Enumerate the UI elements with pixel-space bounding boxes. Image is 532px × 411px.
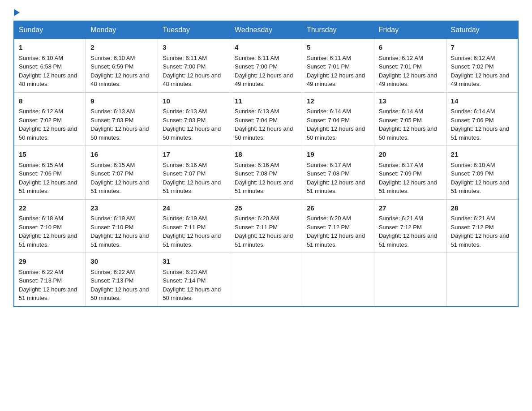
day-number: 26 — [307, 203, 369, 214]
day-number: 21 — [451, 150, 513, 160]
calendar-week-3: 15 Sunrise: 6:15 AMSunset: 7:06 PMDaylig… — [14, 146, 518, 200]
calendar-cell: 12 Sunrise: 6:14 AMSunset: 7:04 PMDaylig… — [302, 92, 374, 146]
calendar-cell — [374, 253, 446, 307]
calendar-cell: 26 Sunrise: 6:20 AMSunset: 7:12 PMDaylig… — [302, 199, 374, 253]
day-number: 11 — [235, 96, 297, 107]
logo — [13, 9, 20, 16]
day-number: 23 — [90, 203, 153, 214]
calendar-cell: 4 Sunrise: 6:11 AMSunset: 7:00 PMDayligh… — [230, 39, 302, 93]
day-number: 1 — [19, 43, 81, 53]
calendar-cell: 15 Sunrise: 6:15 AMSunset: 7:06 PMDaylig… — [14, 146, 86, 200]
day-info: Sunrise: 6:17 AMSunset: 7:09 PMDaylight:… — [379, 162, 437, 195]
calendar-table: Sunday Monday Tuesday Wednesday Thursday… — [13, 21, 519, 307]
day-number: 15 — [19, 150, 81, 160]
day-info: Sunrise: 6:20 AMSunset: 7:11 PMDaylight:… — [235, 215, 293, 248]
day-number: 16 — [90, 150, 153, 160]
calendar-cell: 8 Sunrise: 6:12 AMSunset: 7:02 PMDayligh… — [14, 92, 86, 146]
day-number: 10 — [163, 96, 225, 107]
day-info: Sunrise: 6:18 AMSunset: 7:09 PMDaylight:… — [451, 162, 509, 195]
day-number: 30 — [90, 257, 153, 267]
day-number: 27 — [379, 203, 442, 214]
day-number: 13 — [379, 96, 442, 107]
day-info: Sunrise: 6:16 AMSunset: 7:08 PMDaylight:… — [235, 162, 293, 195]
calendar-cell: 1 Sunrise: 6:10 AMSunset: 6:58 PMDayligh… — [14, 39, 86, 93]
day-info: Sunrise: 6:11 AMSunset: 7:00 PMDaylight:… — [235, 55, 293, 88]
calendar-cell — [446, 253, 518, 307]
calendar-cell: 27 Sunrise: 6:21 AMSunset: 7:12 PMDaylig… — [374, 199, 446, 253]
calendar-cell — [230, 253, 302, 307]
calendar-cell: 10 Sunrise: 6:13 AMSunset: 7:03 PMDaylig… — [158, 92, 230, 146]
col-saturday: Saturday — [446, 21, 518, 39]
calendar-week-5: 29 Sunrise: 6:22 AMSunset: 7:13 PMDaylig… — [14, 253, 518, 307]
day-number: 3 — [163, 43, 225, 53]
day-number: 19 — [307, 150, 369, 160]
day-info: Sunrise: 6:12 AMSunset: 7:01 PMDaylight:… — [379, 55, 437, 88]
calendar-week-2: 8 Sunrise: 6:12 AMSunset: 7:02 PMDayligh… — [14, 92, 518, 146]
calendar-cell: 25 Sunrise: 6:20 AMSunset: 7:11 PMDaylig… — [230, 199, 302, 253]
day-number: 17 — [163, 150, 225, 160]
day-number: 6 — [379, 43, 442, 53]
calendar-cell: 18 Sunrise: 6:16 AMSunset: 7:08 PMDaylig… — [230, 146, 302, 200]
col-thursday: Thursday — [302, 21, 374, 39]
calendar-cell: 16 Sunrise: 6:15 AMSunset: 7:07 PMDaylig… — [86, 146, 158, 200]
calendar-cell: 28 Sunrise: 6:21 AMSunset: 7:12 PMDaylig… — [446, 199, 518, 253]
day-info: Sunrise: 6:19 AMSunset: 7:11 PMDaylight:… — [163, 215, 221, 248]
day-info: Sunrise: 6:13 AMSunset: 7:04 PMDaylight:… — [235, 108, 293, 141]
day-number: 4 — [235, 43, 297, 53]
calendar-week-4: 22 Sunrise: 6:18 AMSunset: 7:10 PMDaylig… — [14, 199, 518, 253]
calendar-cell: 9 Sunrise: 6:13 AMSunset: 7:03 PMDayligh… — [86, 92, 158, 146]
day-number: 29 — [19, 257, 81, 267]
day-info: Sunrise: 6:21 AMSunset: 7:12 PMDaylight:… — [451, 215, 509, 248]
day-number: 2 — [90, 43, 153, 53]
day-number: 31 — [163, 257, 225, 267]
day-number: 28 — [451, 203, 513, 214]
col-wednesday: Wednesday — [230, 21, 302, 39]
day-number: 20 — [379, 150, 442, 160]
calendar-cell: 20 Sunrise: 6:17 AMSunset: 7:09 PMDaylig… — [374, 146, 446, 200]
col-monday: Monday — [86, 21, 158, 39]
calendar-cell: 24 Sunrise: 6:19 AMSunset: 7:11 PMDaylig… — [158, 199, 230, 253]
day-info: Sunrise: 6:10 AMSunset: 6:59 PMDaylight:… — [90, 55, 149, 88]
day-info: Sunrise: 6:23 AMSunset: 7:14 PMDaylight:… — [163, 269, 221, 302]
day-number: 14 — [451, 96, 513, 107]
day-info: Sunrise: 6:22 AMSunset: 7:13 PMDaylight:… — [90, 269, 149, 302]
header-row: Sunday Monday Tuesday Wednesday Thursday… — [14, 21, 518, 39]
day-info: Sunrise: 6:18 AMSunset: 7:10 PMDaylight:… — [19, 215, 77, 248]
calendar-cell: 23 Sunrise: 6:19 AMSunset: 7:10 PMDaylig… — [86, 199, 158, 253]
calendar-cell — [302, 253, 374, 307]
col-sunday: Sunday — [14, 21, 86, 39]
day-number: 12 — [307, 96, 369, 107]
calendar-cell: 7 Sunrise: 6:12 AMSunset: 7:02 PMDayligh… — [446, 39, 518, 93]
calendar-cell: 29 Sunrise: 6:22 AMSunset: 7:13 PMDaylig… — [14, 253, 86, 307]
calendar-body: 1 Sunrise: 6:10 AMSunset: 6:58 PMDayligh… — [14, 39, 518, 307]
day-number: 5 — [307, 43, 369, 53]
day-info: Sunrise: 6:13 AMSunset: 7:03 PMDaylight:… — [163, 108, 221, 141]
calendar-cell: 31 Sunrise: 6:23 AMSunset: 7:14 PMDaylig… — [158, 253, 230, 307]
day-info: Sunrise: 6:14 AMSunset: 7:04 PMDaylight:… — [307, 108, 365, 141]
day-info: Sunrise: 6:12 AMSunset: 7:02 PMDaylight:… — [451, 55, 509, 88]
calendar-cell: 14 Sunrise: 6:14 AMSunset: 7:06 PMDaylig… — [446, 92, 518, 146]
logo-triangle-icon — [14, 9, 20, 16]
calendar-cell: 30 Sunrise: 6:22 AMSunset: 7:13 PMDaylig… — [86, 253, 158, 307]
day-info: Sunrise: 6:11 AMSunset: 7:00 PMDaylight:… — [163, 55, 221, 88]
day-number: 25 — [235, 203, 297, 214]
day-info: Sunrise: 6:21 AMSunset: 7:12 PMDaylight:… — [379, 215, 437, 248]
calendar-cell: 5 Sunrise: 6:11 AMSunset: 7:01 PMDayligh… — [302, 39, 374, 93]
calendar-cell: 13 Sunrise: 6:14 AMSunset: 7:05 PMDaylig… — [374, 92, 446, 146]
day-info: Sunrise: 6:11 AMSunset: 7:01 PMDaylight:… — [307, 55, 365, 88]
calendar-cell: 11 Sunrise: 6:13 AMSunset: 7:04 PMDaylig… — [230, 92, 302, 146]
col-friday: Friday — [374, 21, 446, 39]
day-info: Sunrise: 6:16 AMSunset: 7:07 PMDaylight:… — [163, 162, 221, 195]
day-info: Sunrise: 6:13 AMSunset: 7:03 PMDaylight:… — [90, 108, 149, 141]
day-number: 24 — [163, 203, 225, 214]
day-info: Sunrise: 6:17 AMSunset: 7:08 PMDaylight:… — [307, 162, 365, 195]
calendar-cell: 3 Sunrise: 6:11 AMSunset: 7:00 PMDayligh… — [158, 39, 230, 93]
day-number: 8 — [19, 96, 81, 107]
day-info: Sunrise: 6:19 AMSunset: 7:10 PMDaylight:… — [90, 215, 149, 248]
day-info: Sunrise: 6:20 AMSunset: 7:12 PMDaylight:… — [307, 215, 365, 248]
calendar-cell: 19 Sunrise: 6:17 AMSunset: 7:08 PMDaylig… — [302, 146, 374, 200]
day-info: Sunrise: 6:12 AMSunset: 7:02 PMDaylight:… — [19, 108, 77, 141]
day-info: Sunrise: 6:22 AMSunset: 7:13 PMDaylight:… — [19, 269, 77, 302]
day-info: Sunrise: 6:14 AMSunset: 7:06 PMDaylight:… — [451, 108, 509, 141]
day-info: Sunrise: 6:15 AMSunset: 7:06 PMDaylight:… — [19, 162, 77, 195]
